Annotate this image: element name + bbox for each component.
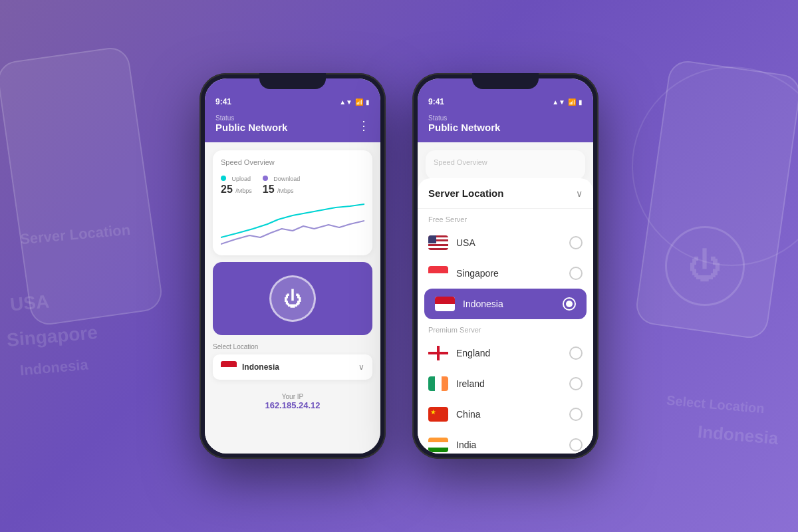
radio-china[interactable] xyxy=(569,408,583,421)
phone2-network-name: Public Network xyxy=(428,122,500,133)
radio-usa[interactable] xyxy=(569,236,583,249)
selected-flag xyxy=(221,361,237,373)
radio-india[interactable] xyxy=(569,438,583,452)
flag-england-v xyxy=(437,346,440,360)
server-item-singapore[interactable]: Singapore xyxy=(418,258,593,289)
phone2-notch xyxy=(472,73,539,89)
server-item-china[interactable]: China xyxy=(418,399,593,430)
phone2-header: Status Public Network xyxy=(418,110,593,142)
server-chevron-icon: ∨ xyxy=(576,188,583,199)
download-value-row: 15 /Mbps xyxy=(263,184,300,196)
phone1-network-name: Public Network xyxy=(215,122,287,133)
phone2-speed-title: Speed Overview xyxy=(434,158,577,166)
download-text: Download xyxy=(273,176,300,182)
phone1-menu-btn[interactable]: ⋮ xyxy=(358,118,370,133)
radio-indonesia[interactable] xyxy=(563,297,576,311)
phone2-status-icons: ▲▼ 📶 ▮ xyxy=(552,98,583,106)
phone1-speed-title: Speed Overview xyxy=(221,158,364,166)
ip-value: 162.185.24.12 xyxy=(210,400,375,410)
flag-ireland xyxy=(428,376,448,391)
download-label: Download xyxy=(263,172,300,184)
battery-icon: ▮ xyxy=(366,98,370,106)
phone1-power-btn[interactable]: ⏻ xyxy=(269,275,316,322)
speed-chart-svg xyxy=(221,201,364,247)
phone1-header: Status Public Network ⋮ xyxy=(205,110,380,142)
server-location-panel: Server Location ∨ Free Server USA xyxy=(418,178,593,454)
phone1-time: 9:41 xyxy=(215,97,231,106)
phone1-content: Speed Overview Upload 25 /Mbps xyxy=(205,142,380,454)
server-name-england: England xyxy=(456,348,561,358)
phone1-upload-stat: Upload 25 /Mbps xyxy=(221,172,252,196)
download-value: 15 xyxy=(263,184,275,195)
phone2-time: 9:41 xyxy=(428,97,444,106)
upload-label: Upload xyxy=(221,172,252,184)
p2-signal-icon: ▲▼ xyxy=(552,98,565,106)
ip-label: Your IP xyxy=(210,393,375,400)
flag-china xyxy=(428,407,448,422)
free-server-label: Free Server xyxy=(418,209,593,227)
phone2-header-left: Status Public Network xyxy=(428,114,500,133)
server-item-india[interactable]: India xyxy=(418,430,593,454)
flag-indonesia xyxy=(435,297,455,311)
server-panel-header[interactable]: Server Location ∨ xyxy=(418,178,593,209)
bg-text-3: Singapore xyxy=(6,322,98,351)
phone1-chart xyxy=(221,201,364,247)
upload-unit: /Mbps xyxy=(235,188,252,194)
phone2-content: Speed Overview Server Location ∨ Free Se… xyxy=(418,142,593,454)
upload-dot xyxy=(221,176,226,181)
phone1-speed-stats: Upload 25 /Mbps Download xyxy=(221,172,364,196)
selected-location: Indonesia xyxy=(242,362,353,372)
phone1-header-left: Status Public Network xyxy=(215,114,287,133)
wifi-icon: 📶 xyxy=(355,98,363,106)
phone1-location-select[interactable]: Indonesia ∨ xyxy=(213,354,372,380)
premium-server-label: Premium Server xyxy=(418,319,593,338)
upload-value: 25 xyxy=(221,184,233,195)
phone1-status-icons: ▲▼ 📶 ▮ xyxy=(339,98,370,106)
flag-india xyxy=(428,438,448,452)
server-name-ireland: Ireland xyxy=(456,378,561,389)
server-item-england[interactable]: England xyxy=(418,338,593,368)
bg-text-6: Indonesia xyxy=(697,422,779,449)
location-dropdown-icon: ∨ xyxy=(358,362,364,372)
download-dot xyxy=(263,176,268,181)
bg-text-2: USA xyxy=(9,291,51,315)
phone-1: 9:41 ▲▼ 📶 ▮ Status Public Network ⋮ xyxy=(200,73,386,459)
phone1-ip-section: Your IP 162.185.24.12 xyxy=(205,388,380,416)
radio-inner-indonesia xyxy=(566,301,573,307)
phone1-location-section: Select Location Indonesia ∨ xyxy=(205,335,380,388)
server-panel-title: Server Location xyxy=(428,188,503,199)
flag-singapore xyxy=(428,266,448,281)
phone1-status-label: Status xyxy=(215,114,287,122)
server-name-china: China xyxy=(456,409,561,420)
server-name-usa: USA xyxy=(456,237,561,248)
upload-value-row: 25 /Mbps xyxy=(221,184,252,196)
server-name-indonesia: Indonesia xyxy=(463,299,555,309)
download-unit: /Mbps xyxy=(277,188,294,194)
p2-battery-icon: ▮ xyxy=(579,98,583,106)
server-item-indonesia[interactable]: Indonesia xyxy=(424,289,587,319)
bg-text-4: Indonesia xyxy=(19,356,89,380)
phone2-speed-card: Speed Overview xyxy=(426,150,585,180)
upload-text: Upload xyxy=(231,176,251,182)
bg-phone-left xyxy=(0,45,164,327)
server-item-ireland[interactable]: Ireland xyxy=(418,368,593,399)
phone2-inner: 9:41 ▲▼ 📶 ▮ Status Public Network xyxy=(418,78,593,454)
phone-2: 9:41 ▲▼ 📶 ▮ Status Public Network xyxy=(412,73,598,459)
radio-singapore[interactable] xyxy=(569,267,583,280)
phone1-download-stat: Download 15 /Mbps xyxy=(263,172,300,196)
power-icon: ⏻ xyxy=(283,288,302,310)
phone1-power-section: ⏻ xyxy=(213,262,372,335)
bg-text-5: Select Location xyxy=(666,393,765,417)
server-name-india: India xyxy=(456,440,561,450)
phone1-speed-card: Speed Overview Upload 25 /Mbps xyxy=(213,150,372,255)
radio-ireland[interactable] xyxy=(569,377,583,390)
flag-england xyxy=(428,346,448,360)
signal-icon: ▲▼ xyxy=(339,98,352,106)
radio-england[interactable] xyxy=(569,346,583,360)
flag-usa xyxy=(428,235,448,250)
phones-container: 9:41 ▲▼ 📶 ▮ Status Public Network ⋮ xyxy=(200,73,598,459)
server-name-singapore: Singapore xyxy=(456,268,561,279)
phone1-notch xyxy=(259,73,326,89)
location-label: Select Location xyxy=(213,343,372,350)
server-item-usa[interactable]: USA xyxy=(418,227,593,258)
